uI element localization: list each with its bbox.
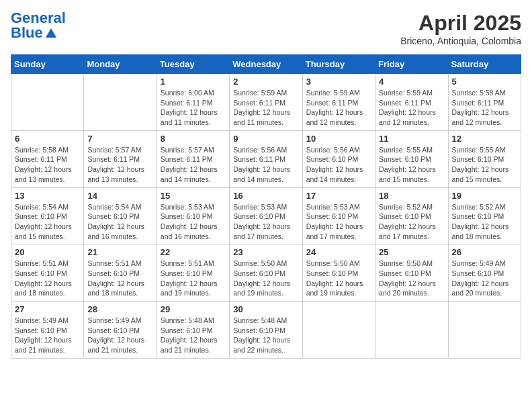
day-number: 7 <box>87 134 152 144</box>
day-info: Sunrise: 5:55 AM Sunset: 6:10 PM Dayligh… <box>452 145 517 185</box>
day-info: Sunrise: 5:48 AM Sunset: 6:10 PM Dayligh… <box>233 316 298 355</box>
day-info: Sunrise: 5:56 AM Sunset: 6:10 PM Dayligh… <box>306 145 371 185</box>
day-info: Sunrise: 5:59 AM Sunset: 6:11 PM Dayligh… <box>379 88 444 128</box>
calendar-cell: 17Sunrise: 5:53 AM Sunset: 6:10 PM Dayli… <box>302 187 375 244</box>
calendar-cell: 10Sunrise: 5:56 AM Sunset: 6:10 PM Dayli… <box>302 130 375 187</box>
day-header-monday: Monday <box>84 55 157 74</box>
calendar-cell: 11Sunrise: 5:55 AM Sunset: 6:10 PM Dayli… <box>375 130 448 187</box>
header: General Blue April 2025 Briceno, Antioqu… <box>11 11 521 46</box>
day-info: Sunrise: 5:54 AM Sunset: 6:10 PM Dayligh… <box>87 202 152 242</box>
day-info: Sunrise: 5:49 AM Sunset: 6:10 PM Dayligh… <box>87 316 152 355</box>
day-number: 23 <box>233 247 298 257</box>
calendar-cell: 18Sunrise: 5:52 AM Sunset: 6:10 PM Dayli… <box>375 187 448 244</box>
day-number: 9 <box>233 134 298 144</box>
day-info: Sunrise: 5:55 AM Sunset: 6:10 PM Dayligh… <box>379 145 444 185</box>
day-info: Sunrise: 5:58 AM Sunset: 6:11 PM Dayligh… <box>15 145 80 185</box>
day-number: 14 <box>87 191 152 201</box>
day-number: 12 <box>452 134 517 144</box>
day-info: Sunrise: 5:58 AM Sunset: 6:11 PM Dayligh… <box>452 88 517 128</box>
day-info: Sunrise: 5:51 AM Sunset: 6:10 PM Dayligh… <box>161 259 226 298</box>
logo: General Blue <box>11 11 66 40</box>
day-number: 6 <box>15 134 80 144</box>
calendar-cell: 21Sunrise: 5:51 AM Sunset: 6:10 PM Dayli… <box>84 244 157 302</box>
day-number: 1 <box>161 77 226 87</box>
calendar-cell: 3Sunrise: 5:59 AM Sunset: 6:11 PM Daylig… <box>302 74 375 131</box>
calendar-header: SundayMondayTuesdayWednesdayThursdayFrid… <box>11 55 521 74</box>
week-row-5: 27Sunrise: 5:49 AM Sunset: 6:10 PM Dayli… <box>11 302 521 359</box>
month-title: April 2025 <box>400 11 521 36</box>
calendar-cell <box>302 302 375 359</box>
calendar-cell: 6Sunrise: 5:58 AM Sunset: 6:11 PM Daylig… <box>11 130 84 187</box>
day-number: 29 <box>161 304 226 314</box>
calendar-cell: 15Sunrise: 5:53 AM Sunset: 6:10 PM Dayli… <box>157 187 229 244</box>
day-number: 22 <box>161 247 226 257</box>
calendar-cell: 22Sunrise: 5:51 AM Sunset: 6:10 PM Dayli… <box>157 244 229 302</box>
day-info: Sunrise: 5:48 AM Sunset: 6:10 PM Dayligh… <box>161 316 226 355</box>
week-row-2: 6Sunrise: 5:58 AM Sunset: 6:11 PM Daylig… <box>11 130 521 187</box>
calendar-cell: 8Sunrise: 5:57 AM Sunset: 6:11 PM Daylig… <box>157 130 229 187</box>
day-number: 28 <box>87 304 152 314</box>
day-number: 21 <box>87 247 152 257</box>
day-number: 5 <box>452 77 517 87</box>
day-number: 24 <box>306 247 371 257</box>
calendar-cell: 16Sunrise: 5:53 AM Sunset: 6:10 PM Dayli… <box>230 187 302 244</box>
day-number: 26 <box>452 247 517 257</box>
calendar-cell: 9Sunrise: 5:56 AM Sunset: 6:11 PM Daylig… <box>230 130 302 187</box>
calendar-cell: 23Sunrise: 5:50 AM Sunset: 6:10 PM Dayli… <box>230 244 302 302</box>
day-info: Sunrise: 5:57 AM Sunset: 6:11 PM Dayligh… <box>87 145 152 185</box>
day-info: Sunrise: 5:52 AM Sunset: 6:10 PM Dayligh… <box>452 202 517 242</box>
day-info: Sunrise: 5:54 AM Sunset: 6:10 PM Dayligh… <box>15 202 80 242</box>
day-info: Sunrise: 5:56 AM Sunset: 6:11 PM Dayligh… <box>233 145 298 185</box>
logo-blue: Blue <box>11 26 66 40</box>
day-number: 4 <box>379 77 444 87</box>
calendar-cell: 25Sunrise: 5:50 AM Sunset: 6:10 PM Dayli… <box>375 244 448 302</box>
day-info: Sunrise: 5:59 AM Sunset: 6:11 PM Dayligh… <box>306 88 371 128</box>
calendar-cell: 20Sunrise: 5:51 AM Sunset: 6:10 PM Dayli… <box>11 244 84 302</box>
day-number: 16 <box>233 191 298 201</box>
day-header-friday: Friday <box>375 55 448 74</box>
calendar-body: 1Sunrise: 6:00 AM Sunset: 6:11 PM Daylig… <box>11 74 521 359</box>
day-info: Sunrise: 5:50 AM Sunset: 6:10 PM Dayligh… <box>379 259 444 298</box>
calendar-cell: 1Sunrise: 6:00 AM Sunset: 6:11 PM Daylig… <box>157 74 229 131</box>
title-area: April 2025 Briceno, Antioquia, Colombia <box>400 11 521 46</box>
day-info: Sunrise: 5:59 AM Sunset: 6:11 PM Dayligh… <box>233 88 298 128</box>
calendar-table: SundayMondayTuesdayWednesdayThursdayFrid… <box>11 54 521 359</box>
location: Briceno, Antioquia, Colombia <box>400 36 521 46</box>
calendar-cell: 19Sunrise: 5:52 AM Sunset: 6:10 PM Dayli… <box>448 187 521 244</box>
day-number: 27 <box>15 304 80 314</box>
day-header-saturday: Saturday <box>448 55 521 74</box>
logo-general: General <box>11 11 66 26</box>
calendar-cell: 7Sunrise: 5:57 AM Sunset: 6:11 PM Daylig… <box>84 130 157 187</box>
day-info: Sunrise: 5:53 AM Sunset: 6:10 PM Dayligh… <box>161 202 226 242</box>
calendar-cell <box>375 302 448 359</box>
calendar-cell: 5Sunrise: 5:58 AM Sunset: 6:11 PM Daylig… <box>448 74 521 131</box>
calendar-cell <box>84 74 157 131</box>
calendar-cell: 12Sunrise: 5:55 AM Sunset: 6:10 PM Dayli… <box>448 130 521 187</box>
day-info: Sunrise: 5:51 AM Sunset: 6:10 PM Dayligh… <box>15 259 80 298</box>
day-info: Sunrise: 5:50 AM Sunset: 6:10 PM Dayligh… <box>306 259 371 298</box>
day-info: Sunrise: 5:52 AM Sunset: 6:10 PM Dayligh… <box>379 202 444 242</box>
calendar-cell: 26Sunrise: 5:49 AM Sunset: 6:10 PM Dayli… <box>448 244 521 302</box>
calendar-cell: 27Sunrise: 5:49 AM Sunset: 6:10 PM Dayli… <box>11 302 84 359</box>
day-number: 19 <box>452 191 517 201</box>
week-row-4: 20Sunrise: 5:51 AM Sunset: 6:10 PM Dayli… <box>11 244 521 302</box>
calendar-cell: 24Sunrise: 5:50 AM Sunset: 6:10 PM Dayli… <box>302 244 375 302</box>
day-number: 18 <box>379 191 444 201</box>
calendar-cell: 29Sunrise: 5:48 AM Sunset: 6:10 PM Dayli… <box>157 302 229 359</box>
day-info: Sunrise: 5:50 AM Sunset: 6:10 PM Dayligh… <box>233 259 298 298</box>
day-header-wednesday: Wednesday <box>230 55 302 74</box>
day-info: Sunrise: 5:57 AM Sunset: 6:11 PM Dayligh… <box>161 145 226 185</box>
day-info: Sunrise: 5:51 AM Sunset: 6:10 PM Dayligh… <box>87 259 152 298</box>
calendar-cell: 2Sunrise: 5:59 AM Sunset: 6:11 PM Daylig… <box>230 74 302 131</box>
day-number: 3 <box>306 77 371 87</box>
day-header-thursday: Thursday <box>302 55 375 74</box>
week-row-1: 1Sunrise: 6:00 AM Sunset: 6:11 PM Daylig… <box>11 74 521 131</box>
day-info: Sunrise: 6:00 AM Sunset: 6:11 PM Dayligh… <box>161 88 226 128</box>
day-number: 30 <box>233 304 298 314</box>
day-number: 11 <box>379 134 444 144</box>
day-number: 13 <box>15 191 80 201</box>
header-row: SundayMondayTuesdayWednesdayThursdayFrid… <box>11 55 521 74</box>
day-number: 17 <box>306 191 371 201</box>
calendar-cell: 4Sunrise: 5:59 AM Sunset: 6:11 PM Daylig… <box>375 74 448 131</box>
day-number: 15 <box>161 191 226 201</box>
